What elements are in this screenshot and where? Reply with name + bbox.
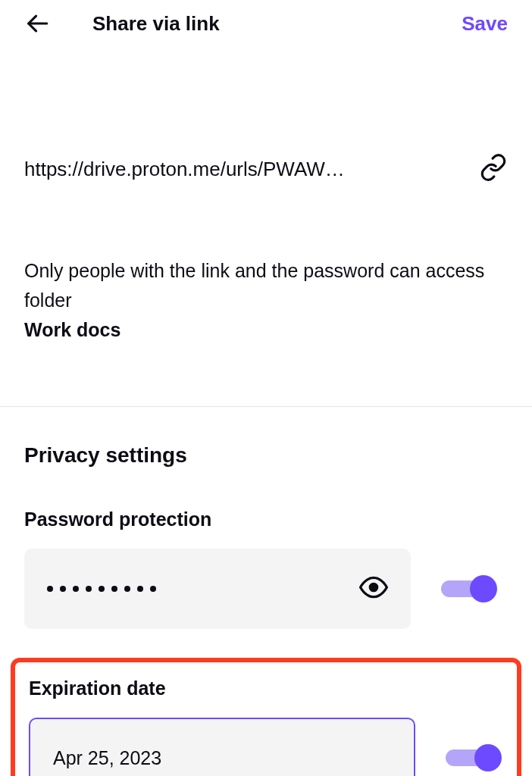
password-dot: [86, 586, 92, 592]
toggle-password-visibility-button[interactable]: [359, 573, 388, 605]
link-icon: [479, 153, 508, 182]
expiration-date-value: Apr 25, 2023: [53, 747, 391, 769]
copy-link-button[interactable]: [479, 153, 508, 185]
password-dot: [137, 586, 143, 592]
expiration-date-row: Apr 25, 2023: [29, 718, 503, 776]
expiration-date-label: Expiration date: [29, 677, 503, 699]
eye-icon: [359, 573, 388, 602]
toggle-thumb: [474, 744, 502, 771]
password-input[interactable]: [24, 549, 411, 629]
save-button[interactable]: Save: [462, 12, 508, 36]
toggle-thumb: [470, 575, 497, 602]
expiration-date-toggle[interactable]: [446, 744, 502, 771]
expiration-date-highlight: Expiration date Apr 25, 2023: [11, 658, 521, 776]
link-description: Only people with the link and the passwo…: [24, 256, 508, 344]
password-dot: [99, 586, 105, 592]
page-title: Share via link: [92, 12, 419, 36]
folder-name: Work docs: [24, 319, 120, 340]
header: Share via link Save: [0, 0, 532, 47]
password-dot: [111, 586, 117, 592]
link-row: https://drive.proton.me/urls/PWAW…: [24, 153, 508, 185]
svg-point-1: [370, 584, 377, 592]
password-dot: [60, 586, 66, 592]
share-link-url[interactable]: https://drive.proton.me/urls/PWAW…: [24, 158, 458, 181]
back-button[interactable]: [24, 11, 50, 36]
password-protection-toggle[interactable]: [441, 575, 497, 602]
password-dot: [150, 586, 156, 592]
link-desc-text: Only people with the link and the passwo…: [24, 260, 484, 311]
link-section: https://drive.proton.me/urls/PWAW… Only …: [0, 47, 532, 374]
password-dot: [73, 586, 79, 592]
privacy-settings-section: Privacy settings Password protection: [0, 407, 532, 629]
password-protection-group: Password protection: [24, 508, 508, 629]
password-dot: [124, 586, 130, 592]
password-protection-row: [24, 549, 508, 629]
expiration-date-input[interactable]: Apr 25, 2023: [29, 718, 415, 776]
arrow-left-icon: [24, 11, 50, 36]
privacy-settings-title: Privacy settings: [24, 443, 508, 468]
password-masked-dots: [47, 586, 344, 592]
password-dot: [47, 586, 53, 592]
password-protection-label: Password protection: [24, 508, 508, 530]
